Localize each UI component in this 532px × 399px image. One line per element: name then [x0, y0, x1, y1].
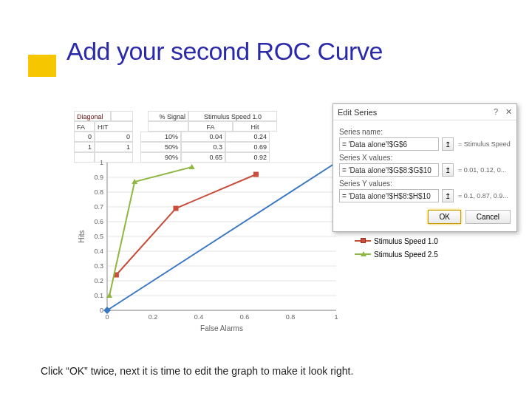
triangle-marker-icon	[361, 251, 366, 256]
series-name-label: Series name:	[339, 128, 511, 136]
content-area: Diagonal % Signal Stimulus Speed 1.0 FA …	[74, 111, 488, 347]
cancel-button[interactable]: Cancel	[466, 210, 511, 224]
series-x-label: Series X values:	[339, 154, 511, 162]
sub-fa2: FA	[188, 121, 233, 132]
dialog-title: Edit Series	[338, 108, 377, 117]
series-y-label: Series Y values:	[339, 180, 511, 188]
legend-stim-25: Stimulus Speed 2.5	[355, 248, 451, 260]
collapse-icon[interactable]: ↥	[442, 189, 454, 202]
edit-series-dialog: Edit Series ? ✕ Series name: ↥ = Stimulu…	[332, 103, 517, 232]
roc-chart-svg: 00.10.20.30.40.50.60.70.80.9100.20.40.60…	[74, 155, 347, 340]
svg-text:0: 0	[100, 307, 103, 314]
collapse-icon[interactable]: ↥	[442, 163, 454, 177]
col-psignal: % Signal	[148, 111, 188, 121]
series-x-preview: = 0.01, 0.12, 0...	[457, 166, 511, 174]
svg-text:1: 1	[100, 159, 103, 166]
sub-fa: FA	[74, 121, 95, 132]
svg-text:0.4: 0.4	[94, 248, 103, 255]
svg-text:Hits: Hits	[78, 230, 86, 242]
legend-stim-1: Stimulus Speed 1.0	[355, 235, 451, 247]
ok-button[interactable]: OK	[428, 210, 460, 224]
series-name-preview: = Stimulus Speed...	[457, 140, 511, 148]
dialog-titlebar: Edit Series ? ✕	[333, 104, 516, 120]
series-x-input[interactable]	[339, 163, 439, 177]
col-stim-1: Stimulus Speed 1.0	[188, 111, 277, 121]
series-name-input[interactable]	[339, 137, 439, 151]
svg-text:0.6: 0.6	[240, 313, 250, 321]
svg-text:0.2: 0.2	[149, 313, 158, 321]
sub-hit2: Hit	[233, 121, 277, 132]
slide: Add your second ROC Curve Diagonal % Sig…	[0, 0, 532, 399]
svg-text:0.8: 0.8	[94, 188, 103, 196]
roc-chart: 00.10.20.30.40.50.60.70.80.9100.20.40.60…	[74, 155, 347, 340]
svg-text:0.3: 0.3	[94, 262, 103, 270]
svg-rect-33	[174, 206, 179, 211]
svg-text:0.7: 0.7	[94, 203, 103, 211]
svg-text:0: 0	[105, 313, 109, 321]
svg-text:0.6: 0.6	[94, 218, 103, 225]
sub-hit: HIT	[95, 121, 133, 132]
svg-text:0.8: 0.8	[286, 313, 296, 321]
svg-rect-34	[253, 172, 259, 177]
col-diagonal: Diagonal	[74, 111, 111, 121]
svg-text:0.4: 0.4	[194, 313, 204, 321]
help-icon[interactable]: ?	[494, 107, 498, 117]
svg-text:0.5: 0.5	[94, 233, 103, 240]
svg-text:0.1: 0.1	[94, 292, 103, 299]
svg-marker-37	[189, 164, 195, 169]
svg-text:0.2: 0.2	[94, 277, 103, 284]
footer-caption: Click “OK” twice, next it is time to edi…	[41, 365, 353, 377]
svg-text:False Alarms: False Alarms	[200, 324, 243, 332]
title-accent	[28, 55, 56, 77]
svg-text:1: 1	[334, 313, 338, 321]
svg-text:0.9: 0.9	[94, 174, 103, 181]
square-marker-icon	[361, 238, 366, 243]
collapse-icon[interactable]: ↥	[442, 137, 454, 151]
series-y-preview: = 0.1, 0.87, 0.9...	[457, 192, 511, 200]
page-title: Add your second ROC Curve	[66, 37, 502, 66]
close-icon[interactable]: ✕	[505, 107, 512, 117]
series-y-input[interactable]	[339, 189, 439, 202]
